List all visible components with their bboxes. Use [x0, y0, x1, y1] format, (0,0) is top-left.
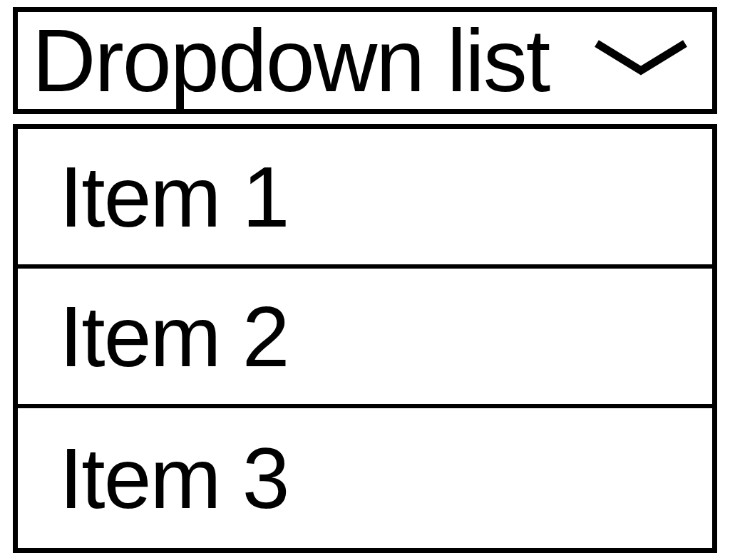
list-item-label: Item 1 — [59, 147, 288, 246]
dropdown-list: Item 1 Item 2 Item 3 — [13, 124, 717, 553]
dropdown-label: Dropdown list — [32, 16, 549, 105]
list-item-label: Item 2 — [59, 287, 288, 385]
dropdown-toggle[interactable]: Dropdown list — [13, 7, 717, 114]
list-item[interactable]: Item 1 — [18, 129, 712, 269]
chevron-down-icon — [591, 38, 691, 83]
list-item[interactable]: Item 3 — [18, 408, 712, 548]
list-item[interactable]: Item 2 — [18, 269, 712, 408]
list-item-label: Item 3 — [59, 429, 288, 527]
